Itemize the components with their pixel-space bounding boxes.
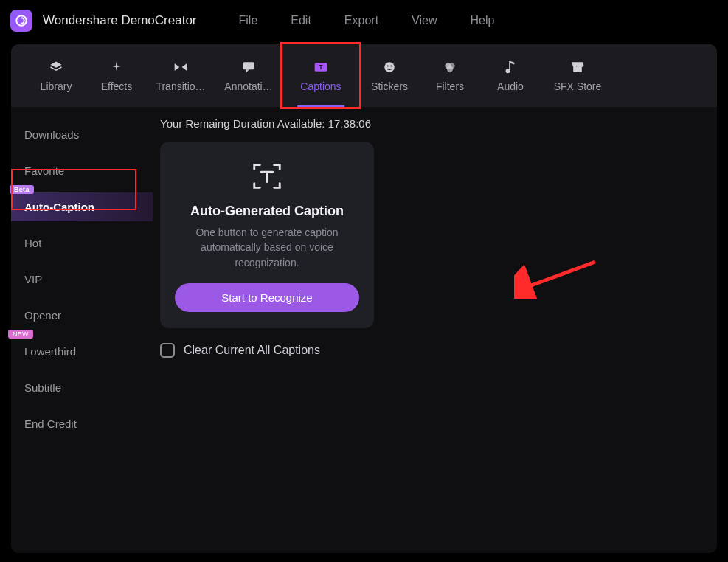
smiley-icon <box>383 60 396 74</box>
sidebar-item-auto-caption[interactable]: Beta Auto-Caption <box>11 192 153 221</box>
sidebar-item-lowerthird[interactable]: NEW Lowerthird <box>11 337 153 366</box>
svg-point-5 <box>387 65 389 66</box>
titlebar: Wondershare DemoCreator File Edit Export… <box>0 0 728 41</box>
tab-label: Transitio… <box>156 80 205 92</box>
sidebar-item-downloads[interactable]: Downloads <box>11 120 153 149</box>
music-note-icon <box>505 60 516 74</box>
filter-icon <box>443 60 457 74</box>
tab-stickers[interactable]: Stickers <box>359 44 420 107</box>
tab-label: Stickers <box>371 80 408 92</box>
speech-bubble-icon <box>241 60 256 74</box>
highlight-box <box>280 42 361 109</box>
bowtie-icon <box>173 60 188 74</box>
sidebar-item-opener[interactable]: Opener <box>11 301 153 330</box>
sidebar-item-hot[interactable]: Hot <box>11 229 153 257</box>
sidebar-item-end-credit[interactable]: End Credit <box>11 409 153 438</box>
auto-caption-card: Auto-Generated Caption One button to gen… <box>160 142 374 328</box>
annotation-arrow <box>514 254 603 299</box>
svg-text:T: T <box>319 63 322 71</box>
sidebar-item-label: Auto-Caption <box>24 201 94 213</box>
sidebar-item-vip[interactable]: VIP <box>11 265 153 294</box>
tab-effects[interactable]: Effects <box>86 44 147 107</box>
tab-sfx-store[interactable]: SFX Store <box>541 44 614 107</box>
menu-edit[interactable]: Edit <box>291 14 311 27</box>
tab-label: Captions <box>300 80 341 92</box>
menu-export[interactable]: Export <box>344 14 378 27</box>
svg-point-6 <box>390 65 392 66</box>
svg-line-13 <box>525 262 595 288</box>
menu-bar: File Edit Export View Help <box>239 14 495 27</box>
tab-strip: Library Effects Transitio… Annotati… T C… <box>11 44 717 107</box>
caption-icon: T <box>313 60 328 74</box>
store-icon <box>570 60 585 74</box>
clear-captions-checkbox[interactable] <box>160 343 175 358</box>
new-badge: NEW <box>8 330 33 339</box>
menu-file[interactable]: File <box>239 14 258 27</box>
card-title: Auto-Generated Caption <box>175 204 359 219</box>
tab-filters[interactable]: Filters <box>420 44 480 107</box>
sidebar-item-favorite[interactable]: Favorite <box>11 156 153 185</box>
menu-help[interactable]: Help <box>471 14 495 27</box>
svg-rect-12 <box>573 66 582 72</box>
tab-annotations[interactable]: Annotati… <box>215 44 282 107</box>
sidebar: Downloads Favorite Beta Auto-Caption Hot… <box>11 107 153 553</box>
start-recognize-button[interactable]: Start to Recognize <box>175 283 359 312</box>
app-title: Wondershare DemoCreator <box>43 13 197 28</box>
svg-point-0 <box>16 15 27 26</box>
remaining-duration-label: Your Remaing Duration Available: 17:38:0… <box>160 117 710 130</box>
sidebar-item-label: Lowerthird <box>24 345 76 358</box>
clear-captions-label: Clear Current All Captions <box>184 344 320 357</box>
tab-label: Filters <box>436 80 464 92</box>
workspace: Library Effects Transitio… Annotati… T C… <box>11 44 717 553</box>
content: Downloads Favorite Beta Auto-Caption Hot… <box>11 107 717 553</box>
app-logo-icon <box>10 10 32 32</box>
tab-captions[interactable]: T Captions <box>282 44 359 107</box>
svg-rect-11 <box>509 61 510 70</box>
tab-label: Audio <box>497 80 524 92</box>
card-description: One button to generate caption automatic… <box>175 225 359 270</box>
main-panel: Your Remaing Duration Available: 17:38:0… <box>153 107 717 553</box>
svg-point-4 <box>384 62 395 72</box>
tab-label: Annotati… <box>224 80 272 92</box>
svg-rect-1 <box>243 62 254 69</box>
tab-library[interactable]: Library <box>26 44 86 107</box>
tab-transitions[interactable]: Transitio… <box>147 44 215 107</box>
clear-captions-row: Clear Current All Captions <box>160 343 710 358</box>
svg-point-9 <box>447 66 453 72</box>
tab-label: SFX Store <box>554 80 602 92</box>
menu-view[interactable]: View <box>412 14 437 27</box>
layers-icon <box>49 60 63 74</box>
tab-label: Library <box>41 80 72 92</box>
sidebar-item-subtitle[interactable]: Subtitle <box>11 373 153 402</box>
tab-audio[interactable]: Audio <box>480 44 541 107</box>
text-scan-icon <box>250 159 284 193</box>
beta-badge: Beta <box>10 185 34 194</box>
sparkle-icon <box>110 60 123 74</box>
tab-label: Effects <box>101 80 133 92</box>
